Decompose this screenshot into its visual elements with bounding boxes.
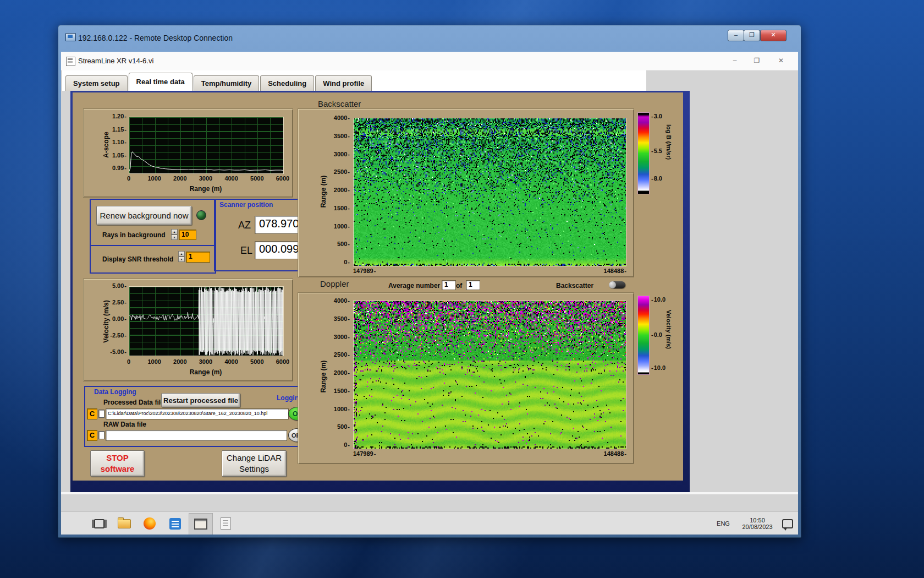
rdp-window-title: 192.168.0.122 - Remote Desktop Connectio… <box>78 34 233 42</box>
stop-software-line2: software <box>101 464 135 475</box>
backscatter-x-ticks: 147989 148488 <box>353 268 626 274</box>
firefox-button[interactable] <box>138 513 161 534</box>
backscatter-y-tick: 500 <box>326 241 350 247</box>
scan-schedule-button[interactable] <box>214 513 237 534</box>
backscatter-y-tick: 1500 <box>326 205 350 211</box>
rdp-maximize-button[interactable]: ❐ <box>744 30 760 41</box>
doppler-x-end: 148488 <box>604 450 626 457</box>
doppler-y-tick: 2500 <box>326 351 350 358</box>
backscatter-x-end: 148488 <box>604 268 626 274</box>
action-center-button[interactable] <box>776 513 798 534</box>
app-minimize-button[interactable]: – <box>727 55 743 67</box>
backscatter-y-tick: 0 <box>326 259 350 265</box>
velocity-graph: Velocity (m/s) 5.002.500.00-2.50-5.00 01… <box>83 279 293 381</box>
doppler-y-tick: 0 <box>326 441 350 448</box>
az-label: AZ <box>238 220 251 231</box>
ascope-x-tick: 1000 <box>145 175 164 182</box>
average-number-field[interactable]: 1 <box>442 280 456 290</box>
change-lidar-settings-button[interactable]: Change LiDAR Settings <box>222 450 287 477</box>
snr-value-field[interactable]: 1 <box>186 252 210 263</box>
doppler-x-ticks: 147989 148488 <box>353 450 626 457</box>
backscatter-plot-area <box>353 118 626 266</box>
average-number-label: Average number <box>388 282 440 290</box>
tab[interactable]: System setup <box>65 75 128 91</box>
app-window-title: StreamLine XR v14-6.vi <box>78 57 153 65</box>
front-panel: A-scope 1.201.151.101.050.99 01000200030… <box>73 92 683 481</box>
velocity-x-tick: 3000 <box>196 358 216 365</box>
rays-increment-icon[interactable]: ▲ <box>171 229 178 235</box>
ascope-x-tick: 3000 <box>196 175 216 182</box>
restart-processed-file-button[interactable]: Restart processed file <box>161 393 240 407</box>
app-close-button[interactable]: ✕ <box>773 55 789 67</box>
clock[interactable]: 10:50 20/08/2023 <box>736 513 778 534</box>
snr-spinner[interactable]: ▲ ▼ <box>178 251 185 262</box>
app-restore-button[interactable]: ❐ <box>749 55 765 67</box>
change-lidar-line1: Change LiDAR <box>227 452 282 464</box>
raw-drive-button[interactable]: C <box>87 430 97 441</box>
language-indicator[interactable]: ENG <box>713 513 734 534</box>
average-total-field[interactable]: 1 <box>466 280 480 290</box>
raw-path-field[interactable] <box>106 430 287 441</box>
snr-decrement-icon[interactable]: ▼ <box>178 257 185 262</box>
tab[interactable]: Scheduling <box>260 75 314 91</box>
processed-drive-button[interactable]: C <box>87 408 97 419</box>
snr-threshold-group: Display SNR threshold ▲ ▼ 1 <box>90 245 216 274</box>
file-explorer-icon <box>118 519 131 528</box>
backscatter-display-toggle[interactable] <box>609 281 625 288</box>
tab[interactable]: Temp/humidity <box>194 75 259 91</box>
rays-spinner[interactable]: ▲ ▼ <box>171 229 178 240</box>
data-logging-group: Data Logging Processed Data file Restart… <box>84 386 309 447</box>
backscatter-colorbar: 3.05.58.0 <box>637 112 650 194</box>
toggle-knob <box>609 281 616 288</box>
ascope-y-tick: 1.10 <box>102 139 127 145</box>
backscatter-y-tick: 3000 <box>326 151 350 157</box>
app-titlebar[interactable]: StreamLine XR v14-6.vi – ❐ ✕ <box>61 52 798 71</box>
rays-value-field[interactable]: 10 <box>179 230 196 240</box>
snr-increment-icon[interactable]: ▲ <box>178 251 185 257</box>
doppler-y-tick: 500 <box>326 423 350 430</box>
streamline-app-icon <box>194 519 207 530</box>
backscatter-y-tick: 4000 <box>326 114 350 121</box>
backscatter-colorbar-tick: 8.0 <box>651 175 662 182</box>
doppler-y-tick: 2000 <box>326 369 350 376</box>
background-controls-group: Renew background now Rays in background … <box>90 199 216 246</box>
scan-schedule-icon <box>221 517 231 530</box>
raw-data-file-label: RAW Data file <box>103 421 146 428</box>
velocity-y-tick: 0.00 <box>100 315 127 322</box>
doppler-colorbar: 10.00.010.0 <box>637 296 650 375</box>
velocity-y-tick: 2.50 <box>100 299 127 306</box>
doppler-graph: Range (m) 400035003000250020001500100050… <box>298 292 634 464</box>
rdp-minimize-button[interactable]: – <box>728 30 744 41</box>
raw-browse-icon[interactable] <box>98 431 105 439</box>
stop-software-button[interactable]: STOP software <box>90 450 145 477</box>
tab[interactable]: Real time data <box>129 73 193 91</box>
backscatter-title: Backscatter <box>318 99 361 108</box>
processed-path-field[interactable]: C:\Lidar\Data\Proc\2023\202308\20230820\… <box>106 408 289 419</box>
task-view-button[interactable] <box>87 513 111 534</box>
rays-decrement-icon[interactable]: ▼ <box>171 235 178 240</box>
blue-app-button[interactable] <box>163 513 186 534</box>
rdp-titlebar[interactable]: 192.168.0.122 - Remote Desktop Connectio… <box>58 25 801 52</box>
clock-time: 10:50 <box>750 517 765 524</box>
scanner-position-title: Scanner position <box>219 201 273 209</box>
tab[interactable]: Wind profile <box>315 75 372 91</box>
file-explorer-button[interactable] <box>113 513 136 534</box>
backscatter-graph: Range (m) 400035003000250020001500100050… <box>298 108 634 277</box>
rdp-close-button[interactable]: ✕ <box>760 30 787 41</box>
clock-date: 20/08/2023 <box>742 524 772 530</box>
backscatter-y-tick: 2000 <box>326 187 350 193</box>
doppler-colorbar-label: Velocity (m/s) <box>666 310 672 349</box>
rdp-window: 192.168.0.122 - Remote Desktop Connectio… <box>58 25 801 538</box>
velocity-x-tick: 5000 <box>247 358 267 365</box>
ascope-y-tick: 1.20 <box>102 113 127 119</box>
stop-software-line1: STOP <box>106 452 129 464</box>
ascope-x-tick: 2000 <box>170 175 190 182</box>
velocity-x-tick: 6000 <box>273 358 293 365</box>
streamline-app-button[interactable] <box>189 513 213 535</box>
velocity-x-tick: 0 <box>119 358 139 365</box>
renew-background-button[interactable]: Renew background now <box>96 206 192 225</box>
renew-background-led <box>196 210 206 220</box>
processed-browse-icon[interactable] <box>98 410 105 418</box>
task-view-icon <box>94 519 105 528</box>
doppler-x-start: 147989 <box>353 450 376 457</box>
